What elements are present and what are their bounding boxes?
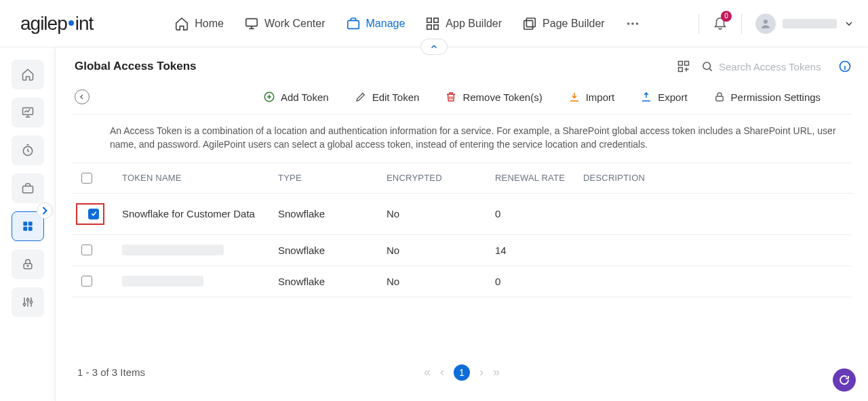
select-all-checkbox[interactable]	[81, 173, 92, 184]
svg-point-27	[703, 62, 711, 70]
content-pane: Global Access Tokens Add Token E	[56, 47, 868, 401]
edit-token-button[interactable]: Edit Token	[355, 91, 420, 103]
svg-point-21	[23, 303, 25, 305]
col-token-name[interactable]: TOKEN NAME	[122, 173, 278, 183]
sidebar-item-security[interactable]	[12, 249, 44, 279]
highlight-box	[76, 203, 104, 225]
permission-settings-button[interactable]: Permission Settings	[713, 91, 821, 103]
sidebar-item-analytics[interactable]	[12, 98, 44, 127]
col-renewal-rate[interactable]: RENEWAL RATE	[495, 173, 583, 183]
user-name-redacted	[783, 19, 837, 28]
sliders-icon	[21, 295, 35, 309]
primary-nav: Home Work Center Manage App Builder Page…	[174, 16, 639, 31]
nav-app-builder[interactable]: App Builder	[425, 16, 502, 31]
search-input[interactable]	[719, 61, 827, 72]
nav-manage-label: Manage	[366, 18, 406, 30]
brand-dot-icon	[68, 20, 74, 26]
description-text: An Access Token is a combination of a lo…	[72, 114, 852, 163]
notifications-button[interactable]: 0	[713, 15, 728, 33]
workspace: Global Access Tokens Add Token E	[0, 47, 868, 401]
svg-rect-2	[427, 18, 431, 22]
page-first-button[interactable]: «	[424, 365, 431, 379]
nav-page-builder-label: Page Builder	[542, 18, 605, 30]
pencil-icon	[355, 91, 367, 103]
cell-type: Snowflake	[278, 208, 387, 219]
lock-icon	[713, 91, 726, 103]
cell-token-name-redacted	[122, 245, 224, 255]
notification-badge: 0	[721, 11, 732, 22]
nav-home[interactable]: Home	[174, 16, 224, 31]
expand-sidebar-button[interactable]	[37, 203, 53, 219]
view-grid-icon[interactable]	[677, 60, 690, 73]
edit-token-label: Edit Token	[372, 91, 420, 103]
col-encrypted[interactable]: ENCRYPTED	[387, 173, 495, 183]
collapse-top-bar-button[interactable]	[420, 39, 448, 55]
user-menu[interactable]	[755, 14, 854, 34]
col-type[interactable]: TYPE	[278, 173, 387, 183]
sidebar-item-home[interactable]	[12, 60, 44, 89]
svg-rect-1	[347, 20, 359, 28]
sidebar	[0, 47, 56, 401]
cell-encrypted: No	[387, 208, 495, 219]
row-checkbox[interactable]	[81, 276, 92, 287]
table-footer: 1 - 3 of 3 Items « ‹ 1 › »	[72, 354, 852, 378]
brand-text-left: agilep	[20, 13, 67, 35]
trash-icon	[445, 91, 457, 103]
nav-work-center-label: Work Center	[264, 18, 326, 30]
arrow-left-icon	[78, 93, 86, 101]
briefcase-icon	[21, 182, 35, 195]
svg-rect-3	[434, 18, 438, 22]
pagination: « ‹ 1 › »	[424, 364, 500, 381]
row-checkbox[interactable]	[81, 245, 92, 255]
permission-label: Permission Settings	[731, 91, 821, 103]
home-icon	[174, 16, 189, 31]
svg-rect-16	[28, 221, 32, 226]
nav-more[interactable]	[625, 16, 640, 31]
nav-manage[interactable]: Manage	[346, 16, 406, 31]
search-icon[interactable]	[701, 60, 713, 72]
home-icon	[21, 68, 35, 81]
sidebar-item-timer[interactable]	[12, 135, 44, 165]
nav-work-center[interactable]: Work Center	[244, 16, 326, 31]
remove-token-button[interactable]: Remove Token(s)	[445, 91, 542, 103]
table-row[interactable]: Snowflake No 14	[72, 235, 852, 266]
svg-rect-25	[685, 62, 689, 66]
grid-icon	[425, 16, 440, 31]
page-last-button[interactable]: »	[493, 365, 500, 379]
toolbar: Add Token Edit Token Remove Token(s) Imp…	[72, 83, 852, 114]
chevron-right-icon	[38, 204, 52, 217]
sidebar-item-apps[interactable]	[12, 211, 44, 241]
chevron-up-icon	[429, 42, 439, 51]
info-icon[interactable]	[838, 60, 852, 73]
page-current[interactable]: 1	[454, 364, 470, 381]
nav-page-builder[interactable]: Page Builder	[522, 16, 605, 31]
page-prev-button[interactable]: ‹	[440, 365, 444, 379]
svg-point-8	[627, 22, 629, 25]
cell-rate: 0	[495, 276, 583, 287]
back-button[interactable]	[75, 89, 90, 104]
import-button[interactable]: Import	[568, 91, 615, 103]
table-row[interactable]: Snowflake for Customer Data Snowflake No…	[72, 194, 852, 235]
page-next-button[interactable]: ›	[479, 365, 484, 379]
upload-icon	[640, 91, 652, 103]
svg-point-11	[764, 20, 768, 24]
table-row[interactable]: Snowflake No 0	[72, 266, 852, 297]
svg-point-20	[27, 266, 28, 267]
brand-logo: agilep int	[20, 13, 93, 35]
stopwatch-icon	[21, 144, 35, 157]
add-token-button[interactable]: Add Token	[263, 91, 329, 103]
chevron-down-icon	[844, 18, 854, 29]
sidebar-item-work[interactable]	[12, 173, 44, 203]
cell-encrypted: No	[387, 245, 495, 256]
page-title: Global Access Tokens	[72, 60, 197, 73]
import-label: Import	[586, 91, 615, 103]
chart-icon	[21, 106, 35, 119]
row-checkbox[interactable]	[88, 209, 99, 219]
svg-rect-30	[715, 96, 723, 101]
refresh-fab[interactable]	[833, 368, 856, 392]
svg-point-9	[631, 22, 634, 25]
sidebar-item-settings[interactable]	[12, 287, 44, 317]
svg-rect-24	[679, 62, 683, 66]
export-button[interactable]: Export	[640, 91, 687, 103]
col-description[interactable]: DESCRIPTION	[583, 173, 849, 183]
